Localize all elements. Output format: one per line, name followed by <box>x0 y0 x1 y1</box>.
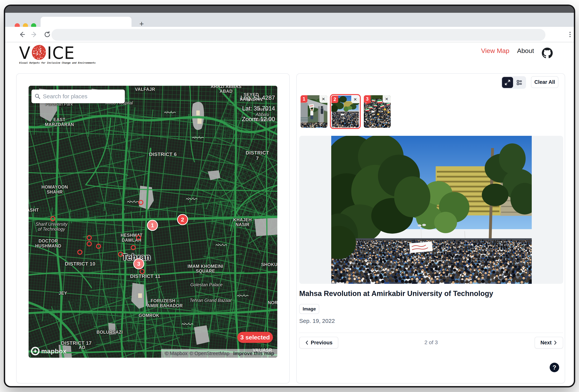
window-title-bar <box>5 6 574 13</box>
detail-image-container <box>299 136 563 284</box>
map-zoom-level: Zoom: 12.00 <box>240 114 275 125</box>
map-label: FORUZESH – AMIR BAHADOR <box>147 298 183 308</box>
map-label: DISTRICT 7 <box>246 150 269 161</box>
map-label: VALFAJR <box>135 87 155 92</box>
logo-letter: E <box>64 45 75 61</box>
thumbnail-1[interactable]: 1× <box>300 95 327 128</box>
media-type-badge: Image <box>299 304 319 314</box>
detail-title: Mahsa Revolution at Amirkabir University… <box>299 290 563 298</box>
thumbnail-close-icon[interactable]: × <box>383 95 391 103</box>
browser-tab[interactable] <box>41 17 132 27</box>
map-cluster-marker-1[interactable]: 1 <box>147 220 158 231</box>
map-label: DISTRICT 10 <box>65 261 95 267</box>
mapbox-wordmark: mapbox <box>41 347 67 355</box>
mapbox-logo-icon <box>31 347 40 355</box>
map-attribution: © Mapbox © OpenStreetMap Improve this ma… <box>161 349 277 358</box>
map-label: DISTRICT 17 <box>61 340 91 346</box>
map-label: Tehran Grand Bazaar <box>190 298 231 303</box>
map-label: DOCTOR HUSHMAND <box>35 239 61 248</box>
map-label: Golestan Palace <box>190 282 222 287</box>
map-point-marker[interactable] <box>87 241 92 246</box>
reload-icon[interactable] <box>43 31 51 38</box>
thumbnail-3[interactable]: 3× <box>364 95 391 128</box>
search-icon <box>34 93 41 99</box>
list-view-icon <box>516 79 523 86</box>
detail-photo[interactable] <box>331 136 532 284</box>
chevron-left-icon <box>305 340 309 345</box>
map-point-marker[interactable] <box>136 235 141 240</box>
help-button[interactable]: ? <box>550 363 559 372</box>
map-canvas[interactable]: VALFAJRARAZI ABBAS ABADSEYED KHANDANEAST… <box>29 86 277 358</box>
back-icon[interactable] <box>18 31 26 38</box>
map-latitude: Lat: 35.7014 <box>240 103 275 114</box>
attribution-improve-link[interactable]: Improve this map <box>233 350 274 356</box>
logo-red-dot-icon <box>31 44 47 61</box>
previous-button[interactable]: Previous <box>299 337 338 349</box>
previous-label: Previous <box>311 340 332 346</box>
voice-logo[interactable]: V I C E Visual Outputs for Inclusive Cha… <box>19 45 88 64</box>
map-label <box>192 136 204 139</box>
map-point-marker[interactable] <box>131 245 136 250</box>
map-point-marker[interactable] <box>96 244 101 249</box>
list-view-button[interactable] <box>514 77 525 88</box>
map-label: HOMAYOON SHAHR <box>41 185 68 195</box>
map-label <box>182 322 194 325</box>
map-label: KHAJEH NASIR <box>233 217 252 227</box>
map-point-marker[interactable] <box>87 235 92 240</box>
map-point-marker[interactable] <box>138 200 143 205</box>
thumbnail-number-badge: 1 <box>300 95 307 103</box>
map-label: JEY <box>59 291 67 296</box>
thumbnail-close-icon[interactable]: × <box>319 95 327 103</box>
thumbnail-2-selected[interactable]: 2× <box>330 94 361 129</box>
map-label: DISTRICT 6 <box>149 152 177 157</box>
attribution-osm[interactable]: © OpenStreetMap <box>189 350 229 356</box>
github-icon[interactable] <box>542 48 553 59</box>
map-label: BOLURSAZI <box>97 330 123 335</box>
map-label: ARAZI ABBAS ABAD <box>211 86 241 94</box>
next-label: Next <box>540 340 552 346</box>
map-label: Sharif University of Technology <box>35 221 67 232</box>
map-label: AD <box>79 345 85 350</box>
map-label <box>164 111 176 114</box>
search-input[interactable] <box>43 93 122 100</box>
map-cluster-marker-3[interactable]: 3 <box>133 258 144 269</box>
map-point-marker[interactable] <box>118 252 123 257</box>
pagination-indicator: 2 of 3 <box>393 339 469 345</box>
mapbox-logo[interactable]: mapbox <box>31 347 67 355</box>
detail-date: Sep. 19, 2022 <box>299 318 335 324</box>
map-point-marker[interactable] <box>77 250 82 255</box>
browser-menu-icon[interactable] <box>566 31 574 38</box>
map-label: NORTH <box>268 300 277 305</box>
selected-count-badge: 3 selected <box>237 332 273 343</box>
map-label: IMAM KHOMEINI SQUARE <box>188 264 223 274</box>
screenshot-root: + V I C E Visual Outputs for Inclusive C… <box>0 0 579 392</box>
map-search-box[interactable] <box>31 89 125 103</box>
map-label <box>216 243 228 246</box>
attribution-mapbox[interactable]: © Mapbox <box>165 350 188 356</box>
url-address-bar[interactable] <box>52 29 545 41</box>
map-cluster-marker-2[interactable]: 2 <box>177 214 188 225</box>
clear-all-button[interactable]: Clear All <box>531 76 558 88</box>
map-label <box>186 197 198 200</box>
thumbnail-close-icon[interactable]: × <box>351 96 359 103</box>
logo-letter: C <box>52 45 64 61</box>
map-longitude: Lng: 51.4287 <box>240 93 275 103</box>
map-label: RASHT <box>29 208 39 213</box>
expand-view-button[interactable] <box>502 77 513 88</box>
forward-icon[interactable] <box>30 31 38 38</box>
map-label <box>237 294 249 297</box>
thumbnail-number-badge: 3 <box>364 95 371 103</box>
nav-view-map-link[interactable]: View Map <box>481 47 509 55</box>
map-label: GOMROK <box>139 313 159 318</box>
map-coordinates-readout: Lng: 51.4287 Lat: 35.7014 Zoom: 12.00 <box>240 93 275 125</box>
map-label: DISTRICT 11 <box>130 273 160 279</box>
detail-divider <box>299 332 563 333</box>
nav-about-link[interactable]: About <box>517 47 534 55</box>
map-label <box>127 200 139 203</box>
map-point-marker[interactable] <box>140 269 145 274</box>
logo-letter: V <box>19 45 31 61</box>
map-label: EAST MARZDĀRĀN <box>45 117 74 127</box>
expand-arrows-icon <box>504 79 511 86</box>
next-button[interactable]: Next <box>535 337 563 349</box>
map-point-marker[interactable] <box>50 216 55 221</box>
